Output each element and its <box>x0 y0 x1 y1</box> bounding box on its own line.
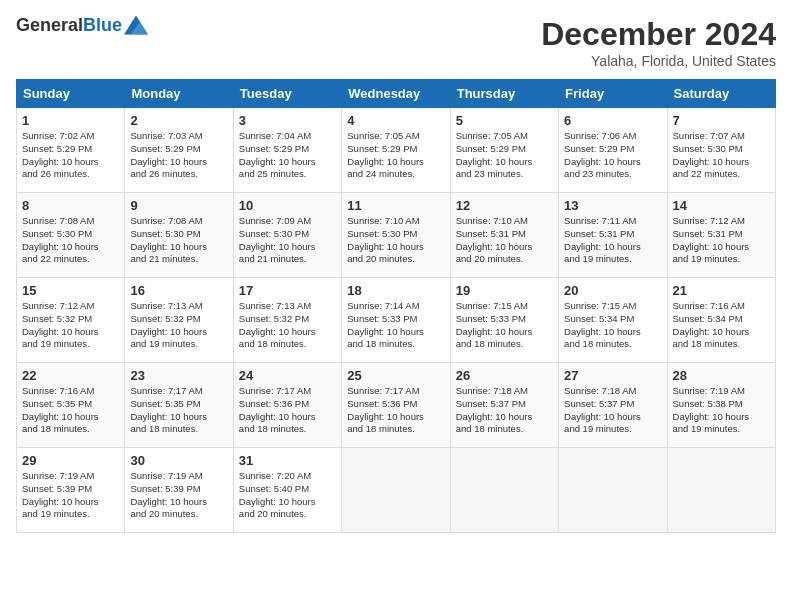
day-info: Sunrise: 7:15 AM Sunset: 5:33 PM Dayligh… <box>456 300 553 351</box>
calendar-cell: 18Sunrise: 7:14 AM Sunset: 5:33 PM Dayli… <box>342 278 450 363</box>
calendar-cell <box>559 448 667 533</box>
location-title: Yalaha, Florida, United States <box>541 53 776 69</box>
day-info: Sunrise: 7:14 AM Sunset: 5:33 PM Dayligh… <box>347 300 444 351</box>
calendar-cell: 28Sunrise: 7:19 AM Sunset: 5:38 PM Dayli… <box>667 363 775 448</box>
logo: GeneralBlue <box>16 16 148 36</box>
calendar-cell: 31Sunrise: 7:20 AM Sunset: 5:40 PM Dayli… <box>233 448 341 533</box>
header: GeneralBlue December 2024 Yalaha, Florid… <box>16 16 776 69</box>
calendar-cell: 6Sunrise: 7:06 AM Sunset: 5:29 PM Daylig… <box>559 108 667 193</box>
calendar-cell: 29Sunrise: 7:19 AM Sunset: 5:39 PM Dayli… <box>17 448 125 533</box>
day-info: Sunrise: 7:02 AM Sunset: 5:29 PM Dayligh… <box>22 130 119 181</box>
day-number: 26 <box>456 368 553 383</box>
day-info: Sunrise: 7:19 AM Sunset: 5:39 PM Dayligh… <box>130 470 227 521</box>
day-info: Sunrise: 7:05 AM Sunset: 5:29 PM Dayligh… <box>347 130 444 181</box>
day-number: 6 <box>564 113 661 128</box>
day-info: Sunrise: 7:13 AM Sunset: 5:32 PM Dayligh… <box>239 300 336 351</box>
calendar-cell: 11Sunrise: 7:10 AM Sunset: 5:30 PM Dayli… <box>342 193 450 278</box>
day-info: Sunrise: 7:19 AM Sunset: 5:39 PM Dayligh… <box>22 470 119 521</box>
day-info: Sunrise: 7:18 AM Sunset: 5:37 PM Dayligh… <box>564 385 661 436</box>
calendar-cell: 30Sunrise: 7:19 AM Sunset: 5:39 PM Dayli… <box>125 448 233 533</box>
title-section: December 2024 Yalaha, Florida, United St… <box>541 16 776 69</box>
day-number: 18 <box>347 283 444 298</box>
calendar-cell <box>450 448 558 533</box>
day-info: Sunrise: 7:09 AM Sunset: 5:30 PM Dayligh… <box>239 215 336 266</box>
calendar-cell: 14Sunrise: 7:12 AM Sunset: 5:31 PM Dayli… <box>667 193 775 278</box>
calendar-cell: 2Sunrise: 7:03 AM Sunset: 5:29 PM Daylig… <box>125 108 233 193</box>
day-number: 20 <box>564 283 661 298</box>
weekday-header-monday: Monday <box>125 80 233 108</box>
day-info: Sunrise: 7:12 AM Sunset: 5:32 PM Dayligh… <box>22 300 119 351</box>
day-info: Sunrise: 7:18 AM Sunset: 5:37 PM Dayligh… <box>456 385 553 436</box>
calendar-cell: 1Sunrise: 7:02 AM Sunset: 5:29 PM Daylig… <box>17 108 125 193</box>
day-number: 3 <box>239 113 336 128</box>
day-number: 23 <box>130 368 227 383</box>
week-row-5: 29Sunrise: 7:19 AM Sunset: 5:39 PM Dayli… <box>17 448 776 533</box>
day-number: 24 <box>239 368 336 383</box>
week-row-3: 15Sunrise: 7:12 AM Sunset: 5:32 PM Dayli… <box>17 278 776 363</box>
day-info: Sunrise: 7:07 AM Sunset: 5:30 PM Dayligh… <box>673 130 770 181</box>
calendar-cell: 24Sunrise: 7:17 AM Sunset: 5:36 PM Dayli… <box>233 363 341 448</box>
calendar-cell: 4Sunrise: 7:05 AM Sunset: 5:29 PM Daylig… <box>342 108 450 193</box>
day-number: 12 <box>456 198 553 213</box>
day-number: 11 <box>347 198 444 213</box>
day-number: 19 <box>456 283 553 298</box>
calendar-table: SundayMondayTuesdayWednesdayThursdayFrid… <box>16 79 776 533</box>
month-title: December 2024 <box>541 16 776 53</box>
day-info: Sunrise: 7:12 AM Sunset: 5:31 PM Dayligh… <box>673 215 770 266</box>
calendar-cell <box>342 448 450 533</box>
calendar-cell: 15Sunrise: 7:12 AM Sunset: 5:32 PM Dayli… <box>17 278 125 363</box>
weekday-header-tuesday: Tuesday <box>233 80 341 108</box>
day-info: Sunrise: 7:06 AM Sunset: 5:29 PM Dayligh… <box>564 130 661 181</box>
day-number: 14 <box>673 198 770 213</box>
day-info: Sunrise: 7:08 AM Sunset: 5:30 PM Dayligh… <box>22 215 119 266</box>
weekday-header-friday: Friday <box>559 80 667 108</box>
logo-text: GeneralBlue <box>16 16 122 36</box>
week-row-1: 1Sunrise: 7:02 AM Sunset: 5:29 PM Daylig… <box>17 108 776 193</box>
day-info: Sunrise: 7:20 AM Sunset: 5:40 PM Dayligh… <box>239 470 336 521</box>
calendar-cell: 27Sunrise: 7:18 AM Sunset: 5:37 PM Dayli… <box>559 363 667 448</box>
day-info: Sunrise: 7:03 AM Sunset: 5:29 PM Dayligh… <box>130 130 227 181</box>
calendar-cell: 10Sunrise: 7:09 AM Sunset: 5:30 PM Dayli… <box>233 193 341 278</box>
calendar-cell <box>667 448 775 533</box>
day-number: 2 <box>130 113 227 128</box>
day-number: 17 <box>239 283 336 298</box>
day-number: 10 <box>239 198 336 213</box>
day-info: Sunrise: 7:08 AM Sunset: 5:30 PM Dayligh… <box>130 215 227 266</box>
day-number: 30 <box>130 453 227 468</box>
calendar-cell: 23Sunrise: 7:17 AM Sunset: 5:35 PM Dayli… <box>125 363 233 448</box>
calendar-cell: 26Sunrise: 7:18 AM Sunset: 5:37 PM Dayli… <box>450 363 558 448</box>
day-number: 16 <box>130 283 227 298</box>
day-info: Sunrise: 7:04 AM Sunset: 5:29 PM Dayligh… <box>239 130 336 181</box>
day-number: 22 <box>22 368 119 383</box>
weekday-header-thursday: Thursday <box>450 80 558 108</box>
weekday-header-wednesday: Wednesday <box>342 80 450 108</box>
calendar-cell: 16Sunrise: 7:13 AM Sunset: 5:32 PM Dayli… <box>125 278 233 363</box>
day-number: 27 <box>564 368 661 383</box>
calendar-cell: 3Sunrise: 7:04 AM Sunset: 5:29 PM Daylig… <box>233 108 341 193</box>
calendar-cell: 20Sunrise: 7:15 AM Sunset: 5:34 PM Dayli… <box>559 278 667 363</box>
calendar-cell: 17Sunrise: 7:13 AM Sunset: 5:32 PM Dayli… <box>233 278 341 363</box>
day-number: 31 <box>239 453 336 468</box>
day-number: 25 <box>347 368 444 383</box>
day-info: Sunrise: 7:13 AM Sunset: 5:32 PM Dayligh… <box>130 300 227 351</box>
calendar-cell: 7Sunrise: 7:07 AM Sunset: 5:30 PM Daylig… <box>667 108 775 193</box>
day-info: Sunrise: 7:16 AM Sunset: 5:35 PM Dayligh… <box>22 385 119 436</box>
day-info: Sunrise: 7:05 AM Sunset: 5:29 PM Dayligh… <box>456 130 553 181</box>
day-number: 28 <box>673 368 770 383</box>
calendar-cell: 21Sunrise: 7:16 AM Sunset: 5:34 PM Dayli… <box>667 278 775 363</box>
weekday-header-saturday: Saturday <box>667 80 775 108</box>
week-row-2: 8Sunrise: 7:08 AM Sunset: 5:30 PM Daylig… <box>17 193 776 278</box>
calendar-cell: 13Sunrise: 7:11 AM Sunset: 5:31 PM Dayli… <box>559 193 667 278</box>
day-number: 29 <box>22 453 119 468</box>
calendar-cell: 19Sunrise: 7:15 AM Sunset: 5:33 PM Dayli… <box>450 278 558 363</box>
day-info: Sunrise: 7:15 AM Sunset: 5:34 PM Dayligh… <box>564 300 661 351</box>
week-row-4: 22Sunrise: 7:16 AM Sunset: 5:35 PM Dayli… <box>17 363 776 448</box>
weekday-header-sunday: Sunday <box>17 80 125 108</box>
day-number: 4 <box>347 113 444 128</box>
calendar-cell: 25Sunrise: 7:17 AM Sunset: 5:36 PM Dayli… <box>342 363 450 448</box>
day-info: Sunrise: 7:17 AM Sunset: 5:36 PM Dayligh… <box>239 385 336 436</box>
day-info: Sunrise: 7:19 AM Sunset: 5:38 PM Dayligh… <box>673 385 770 436</box>
day-info: Sunrise: 7:10 AM Sunset: 5:31 PM Dayligh… <box>456 215 553 266</box>
day-number: 5 <box>456 113 553 128</box>
day-number: 8 <box>22 198 119 213</box>
